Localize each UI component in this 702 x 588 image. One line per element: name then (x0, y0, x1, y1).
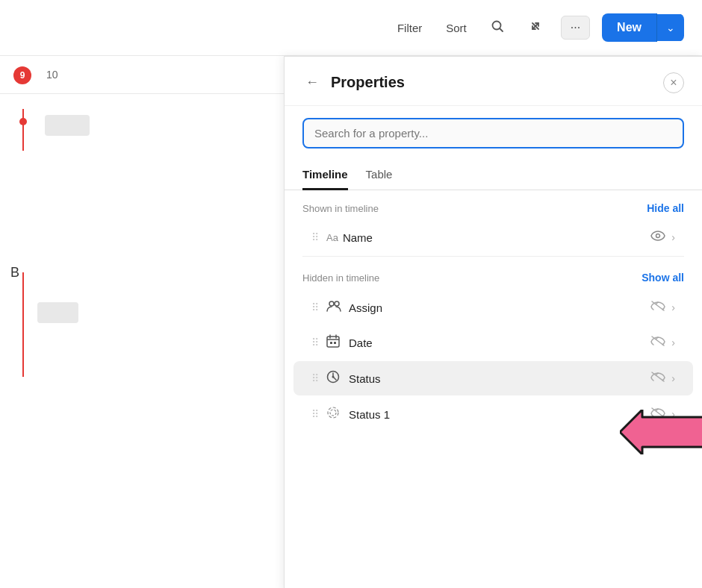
svg-point-13 (330, 410, 336, 416)
visibility-icon-status[interactable] (650, 371, 665, 386)
drag-handle-status1-icon: ⠿ (311, 408, 319, 420)
status1-actions: › (650, 407, 675, 422)
shown-section-header: Shown in timeline Hide all (285, 190, 702, 220)
svg-rect-10 (334, 342, 336, 344)
status-actions: › (650, 371, 675, 386)
properties-panel: ← Properties × Timeline Table Shown in t… (284, 56, 702, 588)
main-content: 9 10 B ← Properties × (0, 56, 702, 588)
property-row-status[interactable]: ⠿ Status › (293, 361, 693, 395)
drag-handle-status-icon: ⠿ (311, 372, 319, 384)
chevron-right-icon-status[interactable]: › (671, 372, 675, 384)
property-row-assign[interactable]: ⠿ Assign › (293, 291, 693, 324)
resize-icon (528, 19, 543, 34)
sort-button[interactable]: Sort (440, 17, 473, 39)
chevron-right-icon-status1[interactable]: › (671, 408, 675, 420)
svg-point-2 (656, 234, 660, 238)
timeline-bar-1 (45, 115, 90, 136)
drag-handle-assign-icon: ⠿ (311, 301, 319, 313)
visibility-icon-name[interactable] (650, 231, 665, 244)
timeline-bar-2 (37, 302, 78, 323)
tabs-row: Timeline Table (285, 160, 702, 190)
date-icon (326, 334, 341, 351)
shown-section-label: Shown in timeline (302, 203, 379, 214)
visibility-icon-assign[interactable] (650, 300, 665, 315)
svg-point-12 (332, 376, 335, 378)
new-chevron-button[interactable]: ⌄ (657, 14, 684, 41)
sort-label: Sort (446, 22, 467, 34)
svg-line-1 (500, 28, 503, 31)
svg-rect-9 (330, 342, 332, 344)
panel-header: ← Properties × (285, 57, 702, 106)
chevron-right-icon-date[interactable]: › (671, 337, 675, 348)
tab-table[interactable]: Table (366, 160, 393, 190)
divider (302, 256, 684, 257)
timeline-line-1 (22, 109, 24, 151)
svg-rect-5 (327, 337, 339, 347)
chevron-down-icon: ⌄ (666, 22, 675, 34)
hide-all-button[interactable]: Hide all (647, 202, 684, 214)
status-label: Status (349, 372, 650, 385)
new-main-button[interactable]: New (602, 13, 657, 42)
search-button[interactable] (485, 15, 510, 40)
timeline-label-b: B (10, 265, 19, 281)
timeline-dot-1 (19, 118, 27, 125)
close-icon: × (670, 76, 677, 90)
drag-handle-icon: ⠿ (311, 231, 319, 243)
status1-icon (326, 406, 341, 422)
date-actions: › (650, 335, 675, 350)
search-icon (491, 19, 504, 33)
filter-button[interactable]: Filter (391, 17, 428, 39)
search-container (285, 106, 702, 160)
status1-label: Status 1 (349, 408, 650, 421)
timeline-badge: 9 (13, 66, 31, 84)
property-row-name[interactable]: ⠿ Aa Name › (293, 222, 693, 253)
show-all-button[interactable]: Show all (642, 272, 684, 284)
property-search-input[interactable] (302, 118, 684, 148)
toolbar: Filter Sort ··· New ⌄ (0, 0, 702, 56)
back-arrow-icon: ← (305, 75, 319, 90)
hidden-section-header: Hidden in timeline Show all (285, 260, 702, 290)
visibility-icon-date[interactable] (650, 335, 665, 350)
assign-actions: › (650, 300, 675, 315)
panel-header-left: ← Properties (302, 72, 405, 93)
close-button[interactable]: × (663, 72, 684, 93)
status-icon (326, 370, 341, 387)
hidden-section-label: Hidden in timeline (302, 272, 379, 284)
property-row-status1[interactable]: ⠿ Status 1 › (293, 397, 693, 431)
panel-title: Properties (331, 74, 405, 91)
timeline-col-10: 10 (31, 66, 73, 84)
drag-handle-date-icon: ⠿ (311, 337, 319, 348)
more-options-button[interactable]: ··· (561, 16, 590, 40)
text-type-icon: Aa (326, 232, 338, 243)
visibility-icon-status1[interactable] (650, 407, 665, 422)
svg-point-14 (328, 407, 338, 418)
property-name-label: Name (343, 231, 650, 244)
property-row-date[interactable]: ⠿ Date (293, 325, 693, 360)
chevron-right-icon-assign[interactable]: › (671, 301, 675, 313)
filter-label: Filter (397, 22, 422, 34)
back-button[interactable]: ← (302, 72, 322, 93)
chevron-right-icon-name[interactable]: › (671, 231, 675, 243)
tab-timeline[interactable]: Timeline (302, 160, 348, 190)
assign-icon (326, 300, 341, 315)
svg-point-4 (335, 301, 339, 306)
property-actions: › (650, 231, 675, 244)
diagonal-arrows-button[interactable] (522, 14, 549, 41)
new-button-group: New ⌄ (602, 13, 684, 42)
assign-label: Assign (349, 301, 650, 314)
timeline-line-2 (22, 272, 24, 377)
date-label: Date (349, 337, 650, 349)
svg-point-3 (329, 301, 334, 306)
